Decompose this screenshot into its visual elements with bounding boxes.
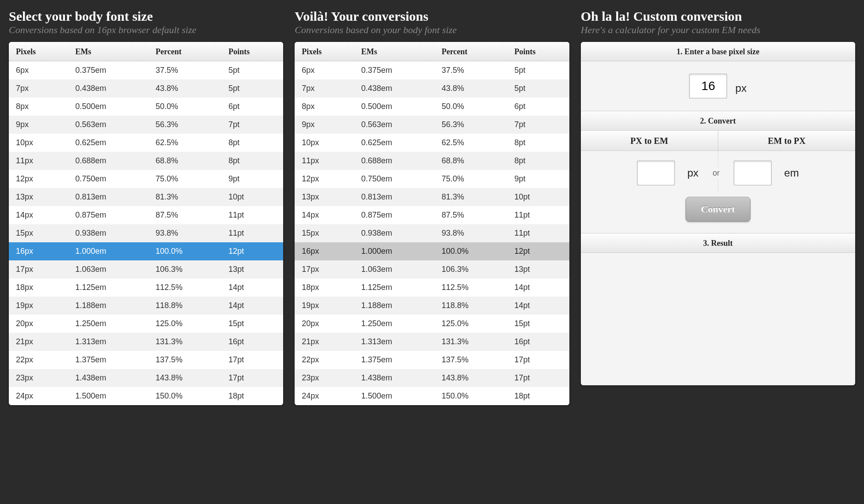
table-row[interactable]: 9px0.563em56.3%7pt [9, 116, 283, 134]
table-row: 23px1.438em143.8%17pt [295, 369, 569, 387]
table-row: 6px0.375em37.5%5pt [295, 61, 569, 80]
th-pixels: Pixels [9, 42, 68, 61]
em-unit: em [784, 167, 799, 179]
th-points: Points [507, 42, 569, 61]
convert-button[interactable]: Convert [686, 197, 750, 222]
table-row: 20px1.250em125.0%15pt [295, 315, 569, 333]
table-row[interactable]: 16px1.000em100.0%12pt [9, 242, 283, 260]
table-row: 13px0.813em81.3%10pt [295, 188, 569, 206]
cell-px: 23px [9, 369, 68, 387]
table-row[interactable]: 15px0.938em93.8%11pt [9, 224, 283, 242]
cell-em: 1.250em [354, 315, 435, 333]
cell-em: 0.688em [354, 152, 435, 170]
cell-px: 6px [9, 61, 68, 80]
cell-pct: 43.8% [435, 79, 508, 98]
table-row[interactable]: 19px1.188em118.8%14pt [9, 297, 283, 315]
cell-pct: 125.0% [435, 315, 508, 333]
th-percent: Percent [435, 42, 508, 61]
cell-pct: 62.5% [435, 134, 508, 152]
col3-title: Oh la la! Custom conversion [581, 9, 855, 23]
em-input[interactable] [734, 161, 772, 185]
table-row[interactable]: 7px0.438em43.8%5pt [9, 79, 283, 98]
cell-px: 11px [295, 152, 354, 170]
cell-em: 1.188em [354, 297, 435, 315]
table-row: 7px0.438em43.8%5pt [295, 79, 569, 98]
base-pixel-input[interactable] [689, 74, 727, 98]
table-row[interactable]: 12px0.750em75.0%9pt [9, 170, 283, 188]
table-row[interactable]: 21px1.313em131.3%16pt [9, 333, 283, 351]
table-row[interactable]: 11px0.688em68.8%8pt [9, 152, 283, 170]
table-row: 22px1.375em137.5%17pt [295, 351, 569, 369]
cell-pct: 50.0% [435, 98, 508, 116]
cell-px: 21px [295, 333, 354, 351]
cell-px: 9px [9, 116, 68, 134]
cell-pct: 150.0% [435, 387, 508, 405]
cell-pt: 5pt [221, 61, 283, 80]
cell-pct: 50.0% [148, 98, 221, 116]
cell-em: 0.625em [68, 134, 148, 152]
cell-pt: 12pt [507, 242, 569, 260]
table-row: 8px0.500em50.0%6pt [295, 98, 569, 116]
table-row[interactable]: 18px1.125em112.5%14pt [9, 278, 283, 297]
cell-pt: 18pt [507, 387, 569, 405]
cell-pct: 93.8% [148, 224, 221, 242]
cell-em: 0.750em [68, 170, 148, 188]
cell-px: 16px [295, 242, 354, 260]
th-pixels: Pixels [295, 42, 354, 61]
cell-px: 15px [9, 224, 68, 242]
cell-px: 17px [295, 260, 354, 278]
table-row[interactable]: 10px0.625em62.5%8pt [9, 134, 283, 152]
cell-em: 1.313em [354, 333, 435, 351]
cell-pct: 118.8% [148, 297, 221, 315]
cell-pt: 8pt [221, 134, 283, 152]
cell-em: 1.438em [68, 369, 148, 387]
cell-em: 0.625em [354, 134, 435, 152]
table-row: 17px1.063em106.3%13pt [295, 260, 569, 278]
cell-px: 7px [295, 79, 354, 98]
cell-pt: 5pt [507, 61, 569, 80]
cell-em: 0.875em [68, 206, 148, 224]
cell-em: 0.813em [68, 188, 148, 206]
cell-px: 11px [9, 152, 68, 170]
cell-px: 19px [9, 297, 68, 315]
cell-pct: 112.5% [435, 278, 508, 297]
cell-px: 22px [9, 351, 68, 369]
conversions-table: Pixels EMs Percent Points 6px0.375em37.5… [295, 42, 569, 405]
cell-pt: 5pt [507, 79, 569, 98]
col3-subtitle: Here's a calculator for your custom EM n… [581, 24, 855, 36]
cell-pt: 14pt [221, 278, 283, 297]
step3-heading: 3. Result [581, 233, 855, 253]
cell-pt: 8pt [507, 152, 569, 170]
table-row[interactable]: 13px0.813em81.3%10pt [9, 188, 283, 206]
table-row: 11px0.688em68.8%8pt [295, 152, 569, 170]
table-row: 21px1.313em131.3%16pt [295, 333, 569, 351]
cell-pt: 18pt [221, 387, 283, 405]
table-row[interactable]: 20px1.250em125.0%15pt [9, 315, 283, 333]
cell-px: 10px [9, 134, 68, 152]
cell-em: 0.563em [68, 116, 148, 134]
col1-subtitle: Conversions based on 16px browser defaul… [9, 24, 283, 36]
th-points: Points [221, 42, 283, 61]
cell-em: 1.250em [68, 315, 148, 333]
table-row[interactable]: 23px1.438em143.8%17pt [9, 369, 283, 387]
cell-pt: 14pt [507, 297, 569, 315]
step2-heading: 2. Convert [581, 111, 855, 131]
table-row[interactable]: 17px1.063em106.3%13pt [9, 260, 283, 278]
table-row: 24px1.500em150.0%18pt [295, 387, 569, 405]
cell-pct: 37.5% [435, 61, 508, 80]
table-row[interactable]: 6px0.375em37.5%5pt [9, 61, 283, 80]
cell-pct: 106.3% [148, 260, 221, 278]
cell-pt: 8pt [507, 134, 569, 152]
custom-conversion-column: Oh la la! Custom conversion Here's a cal… [581, 9, 855, 405]
table-row[interactable]: 22px1.375em137.5%17pt [9, 351, 283, 369]
cell-pt: 5pt [221, 79, 283, 98]
table-row[interactable]: 24px1.500em150.0%18pt [9, 387, 283, 405]
cell-em: 0.500em [354, 98, 435, 116]
cell-px: 22px [295, 351, 354, 369]
cell-pt: 14pt [221, 297, 283, 315]
cell-em: 1.375em [68, 351, 148, 369]
px-input[interactable] [637, 161, 675, 185]
cell-pct: 75.0% [435, 170, 508, 188]
table-row[interactable]: 14px0.875em87.5%11pt [9, 206, 283, 224]
table-row[interactable]: 8px0.500em50.0%6pt [9, 98, 283, 116]
